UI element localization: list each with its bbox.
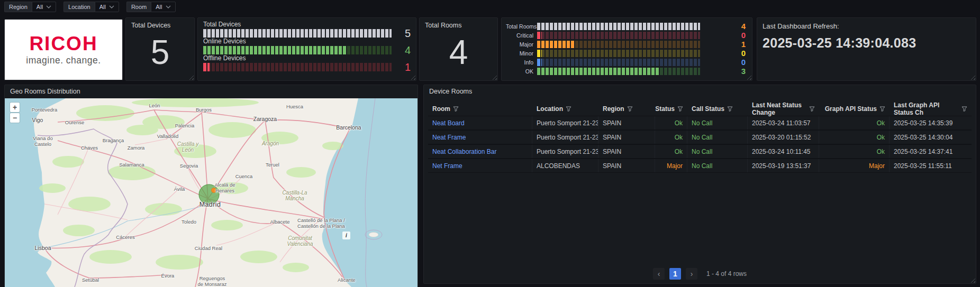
filter-icon[interactable] [566, 106, 571, 112]
cell-region: SPAIN [598, 116, 655, 129]
total-rooms-panel: Total Rooms 4 [419, 17, 498, 81]
logo-panel: RICOH imagine. change. [4, 19, 123, 80]
cell-status: Ok [655, 116, 687, 129]
gauge-label: Major [506, 41, 533, 48]
resize-handle[interactable] [410, 75, 415, 80]
cell-last-neat-status-change: 2025-03-24 10:11:45 [748, 145, 819, 158]
rooms-gauges-panel: Total Rooms 4 Critical 0 Major 1 Minor [501, 17, 752, 81]
column-label: Location [537, 105, 563, 113]
device-gauges: Total Devices 5 Online Devices 4 Offline… [198, 18, 416, 73]
filter-label: Room [126, 2, 151, 12]
refresh-timestamp: 2025-03-25 14:39:04.083 [757, 30, 976, 51]
map-base [5, 98, 418, 287]
column-header-room[interactable]: Room [428, 102, 532, 116]
gauge-value: 4 [397, 46, 411, 54]
chevron-down-icon [166, 5, 171, 8]
cell-region: SPAIN [598, 159, 655, 172]
filter-value-dropdown[interactable]: All [95, 2, 119, 12]
filter-icon[interactable] [809, 106, 815, 112]
column-header-last-graph-api-status-ch[interactable]: Last Graph API Status Ch [890, 102, 972, 116]
table-row: Neat Collaboration Bar Puerto Somport 21… [428, 144, 972, 159]
bar-gauge-row: Major 1 [506, 40, 748, 49]
cell-room: Neat Collaboration Bar [428, 145, 532, 158]
cell-last-neat-status-change: 2025-03-20 01:15:52 [748, 131, 819, 144]
bar-gauge-item: Offline Devices 1 [203, 55, 411, 71]
column-label: Region [603, 105, 624, 113]
gauge-value: 0 [704, 31, 748, 40]
filter-label: Location [63, 2, 95, 12]
bar-gauge-row: Total Rooms 4 [506, 22, 748, 31]
resize-handle[interactable] [970, 75, 975, 80]
room-link[interactable]: Neat Collaboration Bar [432, 148, 496, 155]
table-row: Neat Frame Puerto Somport 21-23, Madri S… [428, 130, 972, 144]
cell-region: SPAIN [598, 145, 655, 158]
filter-value-dropdown[interactable]: All [32, 2, 56, 12]
cell-call-status: No Call [687, 116, 748, 129]
gauge-value: 0 [704, 58, 748, 67]
column-header-location[interactable]: Location [532, 102, 598, 116]
cell-call-status: No Call [687, 159, 748, 172]
filter-icon[interactable] [727, 106, 733, 112]
map-zoom-control: + − [10, 103, 20, 123]
filter-icon[interactable] [879, 106, 885, 112]
panel-title[interactable]: Device Rooms [424, 85, 976, 98]
refresh-title: Last Dashboard Refresh: [757, 18, 976, 30]
cell-status: Ok [655, 145, 687, 158]
cell-location: Puerto Somport 21-23, Madri [532, 116, 598, 129]
cell-call-status: No Call [687, 145, 748, 158]
filter-icon[interactable] [677, 106, 683, 112]
filter-region: Region All [4, 2, 56, 12]
map-room-marker[interactable] [199, 184, 219, 205]
column-header-graph-api-status[interactable]: Graph API Status [819, 102, 890, 116]
bar-gauge [537, 68, 700, 75]
chevron-down-icon [46, 5, 51, 8]
panel-title[interactable]: Geo Rooms Distribution [5, 85, 418, 98]
room-link[interactable]: Neat Frame [432, 134, 466, 141]
geo-map-panel: Geo Rooms Distribution [4, 85, 418, 287]
zoom-out-button[interactable]: − [10, 113, 20, 123]
bar-gauge [537, 32, 700, 39]
attribution-button[interactable]: i [342, 232, 350, 239]
cell-room: Neat Board [428, 116, 532, 129]
column-label: Status [655, 105, 675, 113]
column-header-status[interactable]: Status [655, 102, 687, 116]
room-link[interactable]: Neat Board [432, 119, 465, 127]
room-link[interactable]: Net Frame [432, 162, 462, 170]
pagination: ‹ 1 › 1 - 4 of 4 rows [424, 268, 976, 280]
current-page-button[interactable]: 1 [669, 268, 681, 280]
filter-value-dropdown[interactable]: All [151, 2, 175, 12]
cell-last-neat-status-change: 2025-03-24 11:03:57 [748, 116, 819, 129]
device-rooms-table: Room Location Region Status Call Status … [428, 102, 972, 173]
column-header-call-status[interactable]: Call Status [687, 102, 748, 116]
cell-room: Net Frame [428, 159, 532, 172]
table-row: Neat Board Puerto Somport 21-23, Madri S… [428, 116, 972, 130]
bar-gauge [203, 46, 392, 54]
bar-gauge-row: OK 3 [506, 67, 748, 76]
cell-graph-api-status: Ok [819, 116, 890, 129]
bar-gauge-row: Critical 0 [506, 31, 748, 40]
gauge-value: 1 [397, 63, 411, 71]
next-page-button[interactable]: › [686, 268, 697, 280]
cell-last-graph-api-status-change: 2025-03-25 14:37:41 [890, 145, 972, 158]
cell-location: Puerto Somport 21-23, Madri [532, 145, 598, 158]
filter-icon[interactable] [453, 106, 459, 112]
filter-icon[interactable] [961, 106, 967, 112]
column-header-last-neat-status-change[interactable]: Last Neat Status Change [748, 102, 819, 116]
map-canvas[interactable]: PontevedraVigoOurenseLeónBurgosPalenciaV… [5, 98, 418, 287]
cell-call-status: No Call [687, 131, 748, 144]
zoom-in-button[interactable]: + [10, 103, 20, 112]
filter-icon[interactable] [627, 106, 633, 112]
total-rooms-value: 4 [420, 24, 497, 80]
cell-last-graph-api-status-change: 2025-03-25 14:35:39 [890, 116, 972, 129]
column-label: Room [432, 105, 450, 113]
dashboard: Region All Location All Room All RICOH i… [0, 0, 980, 287]
chevron-down-icon [109, 5, 114, 8]
cell-location: ALCOBENDAS [532, 159, 598, 172]
bar-gauge [537, 23, 700, 30]
cell-last-graph-api-status-change: 2025-03-25 14:30:04 [890, 131, 972, 144]
gauge-value: 0 [704, 49, 748, 58]
bar-gauge-item: Online Devices 4 [203, 38, 411, 54]
column-header-region[interactable]: Region [598, 102, 655, 116]
ricoh-tagline: imagine. change. [26, 55, 101, 66]
prev-page-button[interactable]: ‹ [653, 268, 665, 280]
